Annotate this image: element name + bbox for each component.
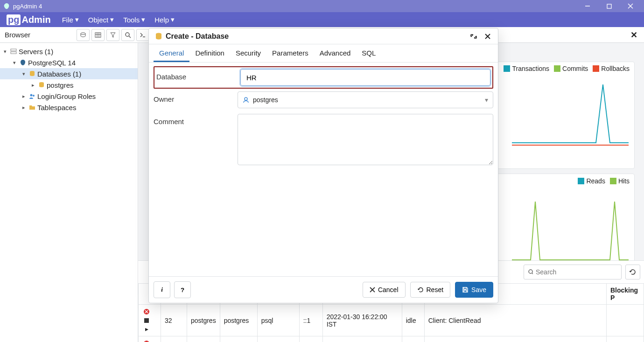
col-blocking[interactable]: Blocking P (607, 284, 644, 305)
comment-textarea[interactable] (238, 114, 493, 165)
chevron-down-icon[interactable]: ▾ (11, 60, 18, 66)
roles-icon (28, 93, 36, 99)
owner-row: Owner postgres ▾ (154, 89, 493, 111)
chevron-down-icon[interactable]: ▾ (2, 49, 8, 55)
save-button[interactable]: Save (455, 282, 493, 298)
svg-rect-11 (11, 49, 16, 51)
dialog-title: Create - Database (166, 32, 229, 41)
database-icon (154, 32, 163, 41)
search-icon[interactable] (121, 29, 134, 41)
tab-definition[interactable]: Definition (189, 44, 230, 62)
comment-row: Comment (154, 111, 493, 169)
query-tool-icon[interactable] (77, 29, 90, 41)
tree-servers[interactable]: ▾ Servers (1) (0, 46, 138, 57)
tree-roles[interactable]: ▸ Login/Group Roles (0, 91, 138, 102)
table-row[interactable]: ▸ 32 postgres postgres psql ::1 2022-01-… (139, 305, 644, 336)
app-logo: pgAdmin (0, 14, 57, 25)
psql-icon[interactable] (136, 29, 149, 41)
expand-icon[interactable]: ▸ (142, 325, 151, 333)
svg-point-4 (81, 33, 85, 35)
menubar: pgAdmin File▾ Object▾ Tools▾ Help▾ (0, 12, 644, 27)
cancel-query-icon[interactable] (142, 307, 151, 316)
reset-icon (417, 286, 424, 293)
folder-icon (28, 104, 36, 111)
swatch-commits (554, 65, 560, 72)
owner-select[interactable]: postgres ▾ (238, 91, 493, 108)
tab-sql[interactable]: SQL (356, 44, 381, 62)
database-icon (37, 82, 46, 88)
svg-rect-24 (144, 318, 149, 323)
create-database-dialog: Create - Database General Definition Sec… (148, 28, 498, 303)
window-close-button[interactable] (620, 0, 641, 12)
svg-point-9 (126, 33, 129, 36)
database-name-input[interactable] (240, 69, 490, 86)
menu-help[interactable]: Help▾ (150, 12, 179, 27)
sessions-search-input[interactable] (536, 268, 617, 276)
menu-object[interactable]: Object▾ (84, 12, 119, 27)
svg-point-19 (529, 270, 532, 273)
view-data-icon[interactable] (91, 29, 105, 41)
database-name-row: Database (154, 66, 493, 89)
sessions-refresh-button[interactable] (625, 265, 640, 279)
tree-tablespaces[interactable]: ▸ Tablespaces (0, 102, 138, 113)
elephant-icon (19, 59, 27, 66)
tree-databases[interactable]: ▾ Databases (1) (0, 68, 138, 79)
help-button[interactable]: ? (174, 281, 191, 298)
browser-tree: ▾ Servers (1) ▾ PostgreSQL 14 ▾ Database… (0, 43, 138, 342)
chevron-right-icon[interactable]: ▸ (21, 105, 27, 111)
database-icon (28, 70, 36, 77)
close-icon (370, 287, 375, 293)
dialog-close-icon[interactable] (483, 32, 492, 41)
chevron-right-icon[interactable]: ▸ (21, 93, 27, 99)
stop-icon[interactable] (142, 316, 151, 325)
reset-button[interactable]: Reset (410, 282, 451, 298)
window-title: pgAdmin 4 (13, 3, 42, 10)
window-maximize-button[interactable] (598, 0, 620, 12)
swatch-transactions (504, 65, 510, 72)
owner-label: Owner (154, 91, 238, 103)
cancel-button[interactable]: Cancel (363, 282, 406, 298)
info-button[interactable]: i (154, 281, 170, 298)
tab-general[interactable]: General (154, 44, 189, 62)
tab-parameters[interactable]: Parameters (266, 44, 314, 62)
save-icon (462, 286, 469, 293)
sessions-search[interactable] (524, 265, 622, 279)
search-icon (528, 269, 533, 275)
svg-rect-1 (607, 4, 611, 8)
server-group-icon (9, 48, 18, 55)
svg-line-20 (532, 273, 533, 275)
svg-point-16 (33, 95, 35, 97)
app-icon (3, 2, 10, 10)
tab-security[interactable]: Security (230, 44, 266, 62)
dialog-expand-icon[interactable] (469, 32, 478, 41)
panel-close-icon[interactable]: ✕ (629, 30, 638, 40)
user-icon (243, 97, 249, 103)
chevron-down-icon: ▾ (485, 96, 488, 104)
swatch-rollbacks (593, 65, 599, 72)
tree-pg14[interactable]: ▾ PostgreSQL 14 (0, 57, 138, 68)
swatch-reads (578, 178, 584, 184)
dialog-tabs: General Definition Security Parameters A… (149, 44, 498, 63)
chevron-right-icon[interactable]: ▸ (30, 82, 36, 88)
svg-line-10 (129, 36, 131, 38)
menu-tools[interactable]: Tools▾ (119, 12, 150, 27)
svg-rect-12 (11, 52, 16, 54)
tab-advanced[interactable]: Advanced (314, 44, 357, 62)
svg-rect-5 (95, 33, 101, 37)
swatch-hits (610, 178, 616, 184)
table-row[interactable]: ▸ 10272 2022-01-27 13:13:38 IST Activity… (139, 336, 644, 342)
svg-point-32 (245, 98, 247, 100)
tree-postgres-db[interactable]: ▸ postgres (0, 79, 138, 91)
window-minimize-button[interactable] (577, 0, 598, 12)
filter-icon[interactable] (106, 29, 119, 41)
browser-panel-title: Browser (0, 31, 75, 39)
window-titlebar: pgAdmin 4 (0, 0, 644, 12)
svg-point-15 (30, 94, 33, 97)
cancel-query-icon[interactable] (142, 339, 151, 342)
database-label: Database (156, 69, 240, 81)
comment-label: Comment (154, 114, 238, 126)
chevron-down-icon[interactable]: ▾ (21, 71, 27, 77)
menu-file[interactable]: File▾ (57, 12, 84, 27)
